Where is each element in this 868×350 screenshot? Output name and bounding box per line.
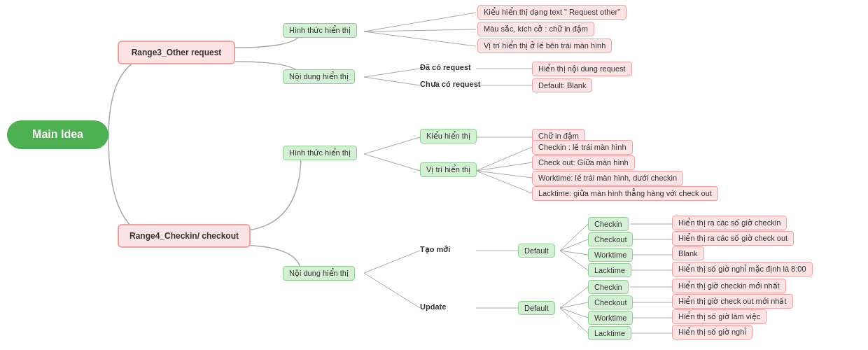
r4-checkin-vitri: Checkin : lề trái màn hình [532,140,633,155]
range3-box: Range3_Other request [118,41,235,64]
r4-lacktime-tm-val: Hiển thị số giờ nghỉ mặc định là 8:00 [672,262,813,276]
r4-worktime-upd: Worktime [588,311,633,325]
r3-da-co-val: Hiển thị nội dung request [532,62,632,76]
r3-mau-sac: Màu sắc, kích cỡ : chữ in đậm [477,22,594,36]
r4-lacktime-upd: Lacktime [588,326,631,340]
r3-vi-tri: Vị trí hiển thị ở lề bên trái màn hình [477,38,612,53]
main-idea: Main Idea [7,120,108,149]
r4-checkout-tm: Checkout [588,232,633,246]
r4-checkin-upd: Checkin [588,280,629,294]
r4-tao-moi: Tạo mới [420,245,450,254]
range4-box: Range4_Checkin/ checkout [118,224,251,248]
r4-worktime-tm: Worktime [588,248,633,262]
r4-vitri-label: Vị trí hiển thị [420,162,477,177]
r4-checkout-vitri: Check out: Giữa màn hình [532,155,635,170]
r4-checkout-upd-val: Hiển thị giờ check out mới nhất [672,294,793,309]
r4-hinh-thuc: Hình thức hiển thị [283,146,357,160]
r4-lacktime-tm: Lacktime [588,263,631,277]
r3-chua-co-label: Chưa có request [420,80,480,89]
r4-checkin-tm-val: Hiển thị ra các số giờ checkin [672,216,787,230]
r4-checkin-upd-val: Hiển thị giờ checkin mới nhất [672,279,786,293]
r4-lacktime-vitri: Lacktime: giữa màn hình thẳng hàng với c… [532,186,718,201]
r4-default-tm: Default [518,244,555,258]
r3-hinh-thuc: Hình thức hiển thị [283,23,357,38]
r4-lacktime-upd-val: Hiển thị số giờ nghỉ [672,325,752,340]
r3-kieu-hienThi: Kiểu hiển thị dạng text " Request other" [477,5,626,20]
r3-chua-co-val: Default: Blank [532,78,592,92]
r3-noi-dung: Nội dung hiển thị [283,69,355,84]
r4-default-upd: Default [518,301,555,315]
r4-kieu-label: Kiểu hiển thị [420,129,477,144]
r4-checkout-upd: Checkout [588,295,633,309]
r4-update: Update [420,302,446,311]
r4-worktime-tm-val: Blank [672,246,704,260]
r4-worktime-upd-val: Hiển thị số giờ làm việc [672,309,766,324]
r4-checkin-tm: Checkin [588,217,629,231]
r4-noi-dung: Nội dung hiển thị [283,266,355,281]
r4-checkout-tm-val: Hiển thị ra các số giờ check out [672,231,794,246]
r4-worktime-vitri: Worktime: lề trái màn hình, dưới checkin [532,171,683,186]
r3-da-co-label: Đã có request [420,63,471,71]
